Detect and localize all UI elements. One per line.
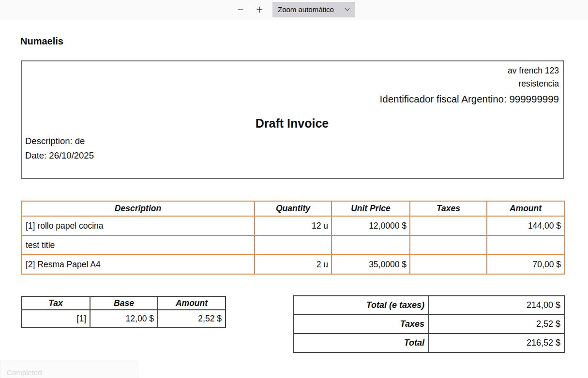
lines-header-unit-price: Unit Price bbox=[332, 201, 410, 216]
line-description: [1] rollo papel cocina bbox=[21, 216, 255, 235]
line-taxes bbox=[410, 216, 487, 235]
line-taxes bbox=[410, 235, 487, 255]
zoom-select[interactable]: Zoom automático bbox=[272, 2, 355, 17]
lines-header-row: Description Quantity Unit Price Taxes Am… bbox=[21, 201, 564, 216]
toolbar-zoom-controls: − + Zoom automático bbox=[233, 2, 355, 17]
tax-cell-tax: [1] bbox=[21, 310, 90, 328]
tax-summary-table: Tax Base Amount [1] 12,00 $ 2,52 $ bbox=[21, 296, 226, 328]
table-row: [1] 12,00 $ 2,52 $ bbox=[21, 310, 226, 328]
line-taxes bbox=[410, 255, 487, 274]
zoom-select-value: Zoom automático bbox=[278, 5, 334, 14]
tax-header-amount: Amount bbox=[158, 296, 226, 310]
table-row: Taxes 2,52 $ bbox=[293, 315, 564, 334]
invoice-title: Draft Invoice bbox=[25, 113, 559, 134]
total-label: Total bbox=[293, 334, 429, 352]
tax-cell-amount: 2,52 $ bbox=[158, 310, 226, 328]
tax-header-tax: Tax bbox=[21, 296, 90, 310]
zoom-out-button[interactable]: − bbox=[233, 2, 248, 17]
line-description: test title bbox=[21, 235, 255, 255]
toast-text: Completed bbox=[7, 368, 42, 377]
line-unit-price: 12,0000 $ bbox=[332, 216, 410, 235]
table-row: test title bbox=[21, 235, 564, 255]
toast-notification: Completed bbox=[0, 361, 138, 378]
lines-header-taxes: Taxes bbox=[410, 201, 487, 216]
total-untaxed-value: 214,00 $ bbox=[429, 296, 564, 315]
toolbar-separator bbox=[250, 5, 250, 14]
line-quantity: 12 u bbox=[255, 216, 332, 235]
lines-header-description: Description bbox=[21, 201, 255, 216]
lines-header-amount: Amount bbox=[487, 201, 564, 216]
pdf-toolbar: − + Zoom automático bbox=[0, 0, 588, 19]
zoom-in-button[interactable]: + bbox=[252, 2, 267, 17]
line-amount: 70,00 $ bbox=[487, 255, 564, 274]
taxes-label: Taxes bbox=[293, 315, 429, 334]
line-unit-price: 35,0000 $ bbox=[332, 255, 410, 274]
line-description: [2] Resma Papel A4 bbox=[21, 255, 255, 274]
line-quantity bbox=[255, 235, 332, 255]
total-untaxed-label: Total (e taxes) bbox=[293, 296, 429, 315]
table-row: [1] rollo papel cocina 12 u 12,0000 $ 14… bbox=[21, 216, 564, 235]
tax-cell-base: 12,00 $ bbox=[90, 310, 158, 328]
company-name: Numaelis bbox=[20, 36, 63, 47]
totals-table: Total (e taxes) 214,00 $ Taxes 2,52 $ To… bbox=[293, 295, 565, 353]
table-row: Total 216,52 $ bbox=[293, 334, 564, 352]
total-value: 216,52 $ bbox=[429, 334, 564, 352]
invoice-header-box: av french 123 resistencia Identificador … bbox=[21, 60, 564, 179]
line-amount bbox=[487, 235, 564, 255]
address-line-2: resistencia bbox=[25, 77, 559, 90]
line-amount: 144,00 $ bbox=[487, 216, 564, 235]
table-row: Total (e taxes) 214,00 $ bbox=[293, 296, 564, 315]
tax-id-line: Identificador fiscal Argentino: 99999999… bbox=[25, 91, 559, 107]
line-unit-price bbox=[332, 235, 410, 255]
invoice-lines-table: Description Quantity Unit Price Taxes Am… bbox=[21, 201, 565, 275]
table-row: [2] Resma Papel A4 2 u 35,0000 $ 70,00 $ bbox=[21, 255, 564, 274]
invoice-description-line: Description: de bbox=[25, 134, 559, 148]
tax-header-row: Tax Base Amount bbox=[21, 296, 226, 310]
invoice-date-line: Date: 26/10/2025 bbox=[25, 148, 559, 163]
taxes-value: 2,52 $ bbox=[429, 315, 564, 334]
line-quantity: 2 u bbox=[255, 255, 332, 274]
chevron-down-icon bbox=[345, 6, 350, 11]
tax-header-base: Base bbox=[90, 296, 158, 310]
address-line-1: av french 123 bbox=[25, 64, 559, 77]
lines-header-quantity: Quantity bbox=[255, 201, 332, 216]
